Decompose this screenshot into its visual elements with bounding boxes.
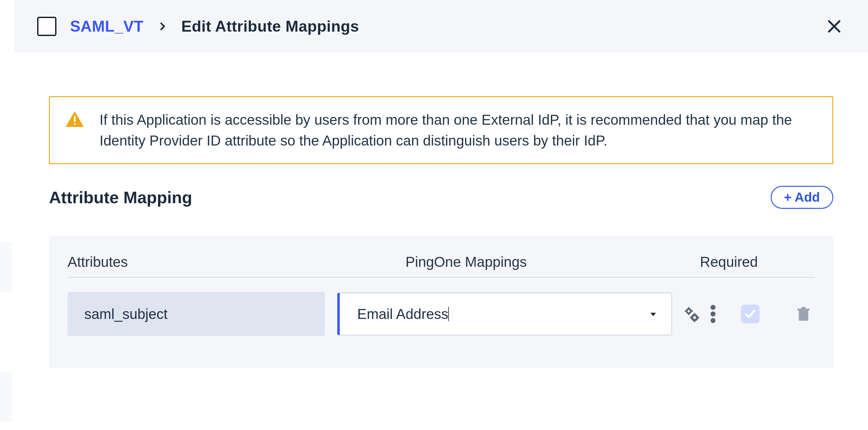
pingone-mapping-select[interactable]: Email Address <box>337 292 672 335</box>
table-row: saml_subject Email Address <box>68 292 815 336</box>
breadcrumb: SAML_VT Edit Attribute Mappings <box>37 17 359 36</box>
page-header: SAML_VT Edit Attribute Mappings <box>14 0 868 53</box>
column-header-attributes: Attributes <box>68 254 405 270</box>
svg-point-16 <box>711 305 715 310</box>
svg-rect-8 <box>691 311 693 312</box>
attribute-name-field[interactable]: saml_subject <box>68 292 325 336</box>
add-attribute-button[interactable]: + Add <box>771 186 833 209</box>
svg-point-18 <box>711 318 715 323</box>
left-gutter <box>0 0 14 368</box>
close-button[interactable] <box>825 18 843 35</box>
chevron-right-icon <box>157 21 168 32</box>
application-icon <box>37 17 56 36</box>
svg-rect-2 <box>74 116 75 122</box>
column-header-required: Required <box>697 254 815 270</box>
pingone-mapping-value: Email Address <box>357 306 448 322</box>
advanced-settings-button[interactable] <box>683 305 700 323</box>
svg-rect-13 <box>698 317 700 318</box>
svg-rect-12 <box>690 317 692 318</box>
warning-alert: If this Application is accessible by use… <box>49 96 833 164</box>
svg-rect-10 <box>694 313 695 315</box>
required-checkbox[interactable] <box>741 305 760 323</box>
row-more-button[interactable] <box>711 304 715 324</box>
svg-point-15 <box>688 310 690 312</box>
svg-point-14 <box>693 316 696 319</box>
attribute-mapping-table: Attributes PingOne Mappings Required sam… <box>49 236 833 368</box>
caret-down-icon <box>649 306 658 322</box>
warning-triangle-icon <box>65 110 85 130</box>
page-title: Edit Attribute Mappings <box>181 18 359 35</box>
svg-rect-6 <box>688 314 689 315</box>
delete-row-button[interactable] <box>796 306 812 322</box>
svg-rect-7 <box>685 311 686 312</box>
svg-rect-5 <box>688 307 689 309</box>
svg-rect-19 <box>799 311 808 321</box>
breadcrumb-app-link[interactable]: SAML_VT <box>70 18 144 35</box>
svg-point-17 <box>711 312 715 316</box>
column-header-mappings: PingOne Mappings <box>405 254 697 270</box>
svg-rect-11 <box>694 321 695 323</box>
table-header-row: Attributes PingOne Mappings Required <box>68 254 815 278</box>
warning-alert-text: If this Application is accessible by use… <box>99 110 817 151</box>
svg-rect-3 <box>74 123 75 125</box>
svg-rect-21 <box>802 307 806 309</box>
section-title: Attribute Mapping <box>49 188 192 207</box>
